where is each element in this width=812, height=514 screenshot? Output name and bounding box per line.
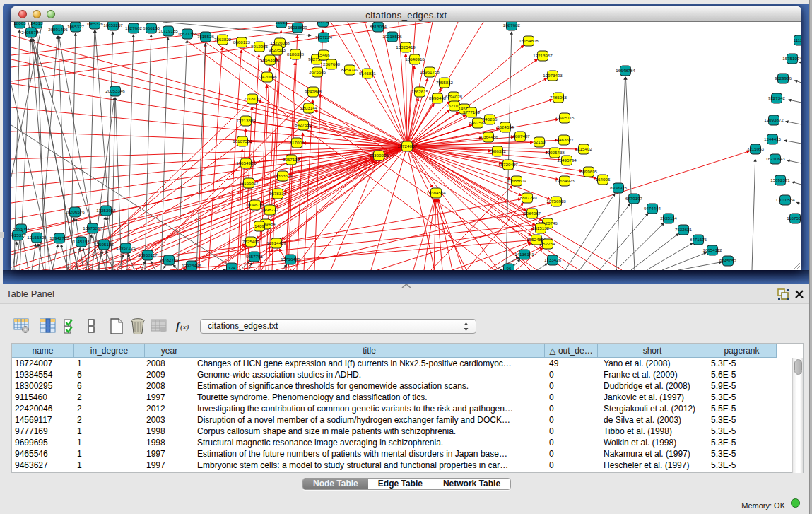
svg-text:6099695: 6099695 [580, 169, 598, 174]
svg-text:16961758: 16961758 [420, 69, 440, 74]
svg-text:1409: 1409 [254, 223, 264, 228]
svg-text:20053346: 20053346 [105, 88, 125, 93]
svg-text:2935114: 2935114 [660, 216, 677, 221]
svg-text:10782759: 10782759 [159, 257, 179, 262]
svg-text:10958117: 10958117 [138, 252, 158, 257]
svg-text:124: 124 [228, 265, 236, 270]
svg-text:15466: 15466 [317, 52, 330, 57]
svg-text:16210643: 16210643 [765, 156, 785, 161]
svg-text:7986322: 7986322 [489, 148, 507, 153]
svg-text:7485063: 7485063 [550, 95, 567, 100]
svg-text:9245052: 9245052 [719, 258, 737, 263]
svg-text:1733426: 1733426 [544, 257, 562, 262]
svg-text:8427552: 8427552 [295, 122, 312, 127]
svg-text:164095: 164095 [596, 177, 611, 182]
svg-text:16033809: 16033809 [288, 25, 307, 30]
svg-text:15716485: 15716485 [281, 257, 300, 262]
svg-text:24055724: 24055724 [21, 30, 41, 35]
svg-text:1327602: 1327602 [125, 25, 143, 30]
svg-text:9329966: 9329966 [775, 76, 792, 81]
svg-text:96: 96 [507, 266, 512, 270]
svg-text:24313: 24313 [30, 22, 43, 25]
svg-text:9084067: 9084067 [524, 211, 541, 216]
svg-text:12353594: 12353594 [273, 173, 293, 178]
svg-text:8471676: 8471676 [690, 237, 707, 242]
svg-text:817006: 817006 [290, 140, 305, 145]
svg-text:22420046: 22420046 [257, 74, 277, 79]
svg-text:10654112: 10654112 [702, 247, 722, 252]
svg-text:11127: 11127 [794, 37, 801, 42]
svg-text:15720407: 15720407 [498, 162, 518, 167]
svg-text:13226058: 13226058 [270, 40, 290, 45]
svg-text:12213967: 12213967 [533, 53, 553, 58]
svg-text:19384554: 19384554 [426, 190, 446, 195]
svg-text:18724007: 18724007 [397, 144, 417, 148]
svg-text:2367608: 2367608 [323, 62, 341, 66]
svg-text:1065326: 1065326 [86, 22, 104, 26]
svg-text:20891406: 20891406 [48, 27, 68, 32]
svg-text:7357224: 7357224 [315, 35, 333, 40]
svg-text:6479197: 6479197 [625, 196, 643, 201]
svg-text:7632621: 7632621 [675, 227, 693, 232]
svg-text:8813054: 8813054 [370, 24, 387, 29]
svg-text:16648784: 16648784 [616, 68, 635, 73]
svg-text:7955812: 7955812 [436, 80, 454, 85]
svg-text:746266: 746266 [483, 117, 498, 122]
svg-text:1145193: 1145193 [73, 239, 90, 244]
svg-text:5678334: 5678334 [269, 191, 287, 196]
svg-text:17010534: 17010534 [775, 197, 795, 202]
svg-text:15751074: 15751074 [782, 56, 801, 61]
svg-text:13325419: 13325419 [396, 45, 416, 49]
svg-text:2803144: 2803144 [300, 105, 318, 110]
svg-text:10973493: 10973493 [543, 73, 563, 78]
svg-text:3915317: 3915317 [11, 233, 27, 238]
svg-text:1065327: 1065327 [67, 24, 85, 29]
svg-text:10025438: 10025438 [545, 150, 565, 155]
svg-text:1244415: 1244415 [764, 136, 782, 141]
svg-text:9474444: 9474444 [644, 206, 661, 211]
svg-text:9146821: 9146821 [359, 71, 377, 76]
svg-text:7663822: 7663822 [214, 37, 232, 42]
svg-text:19654923: 19654923 [555, 178, 575, 183]
svg-text:3267130: 3267130 [283, 157, 300, 162]
svg-text:3215953: 3215953 [747, 146, 765, 151]
svg-text:10688609: 10688609 [507, 178, 526, 183]
svg-text:16107553: 16107553 [233, 139, 252, 144]
svg-text:13463627: 13463627 [554, 137, 574, 142]
svg-text:15692371: 15692371 [770, 177, 790, 182]
svg-text:6966160: 6966160 [143, 25, 160, 30]
svg-text:3624554: 3624554 [497, 124, 514, 129]
svg-text:1362615: 1362615 [411, 89, 429, 94]
svg-text:8454749: 8454749 [341, 67, 359, 72]
svg-text:19166827: 19166827 [239, 180, 259, 185]
svg-text:2087682: 2087682 [503, 23, 521, 28]
svg-text:(x): (x) [180, 322, 189, 332]
svg-text:3675685: 3675685 [309, 69, 326, 74]
svg-text:9827503: 9827503 [269, 47, 286, 52]
svg-text:9227342: 9227342 [768, 95, 786, 100]
svg-text:9242848: 9242848 [305, 89, 322, 94]
svg-text:16671355: 16671355 [177, 31, 197, 36]
svg-text:8186328: 8186328 [287, 52, 305, 57]
svg-text:12975115: 12975115 [555, 115, 575, 120]
svg-text:8912955: 8912955 [251, 44, 269, 49]
svg-text:17353924: 17353924 [96, 208, 116, 213]
svg-text:10046766: 10046766 [245, 202, 265, 207]
svg-text:18063: 18063 [13, 22, 26, 25]
svg-text:2718170: 2718170 [244, 96, 261, 101]
svg-text:19654963: 19654963 [236, 160, 256, 165]
svg-text:6794028: 6794028 [445, 94, 463, 99]
svg-text:10719185: 10719185 [158, 28, 178, 33]
svg-text:12156829: 12156829 [27, 235, 47, 240]
svg-text:8938923: 8938923 [610, 185, 628, 190]
svg-text:18640910: 18640910 [405, 57, 425, 62]
svg-text:1615132: 1615132 [532, 226, 550, 230]
svg-text:20364436: 20364436 [478, 134, 498, 139]
svg-text:1498222: 1498222 [261, 207, 279, 212]
svg-text:10975857: 10975857 [83, 226, 102, 230]
svg-text:9657791: 9657791 [246, 254, 264, 259]
svg-text:1167533: 1167533 [787, 216, 801, 221]
svg-text:7625402: 7625402 [242, 239, 260, 244]
svg-text:16154808: 16154808 [519, 38, 539, 43]
svg-text:16034: 16034 [317, 22, 329, 24]
